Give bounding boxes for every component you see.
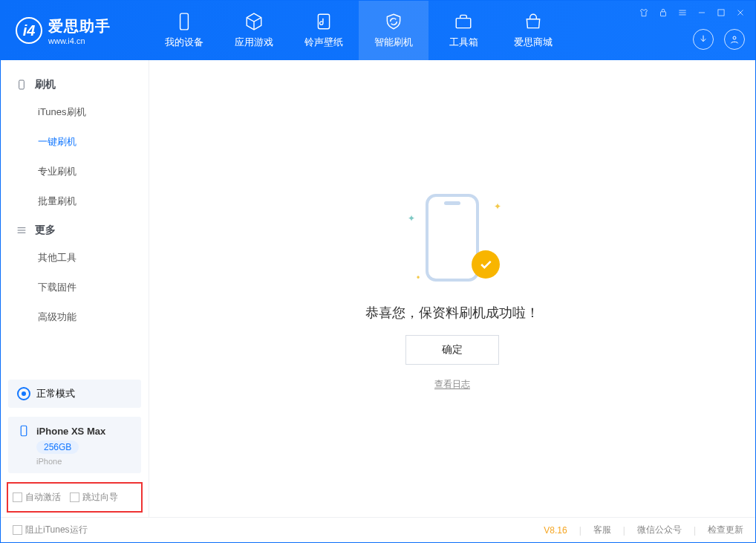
- mode-card[interactable]: 正常模式: [8, 380, 141, 408]
- device-phone-icon: [17, 424, 30, 438]
- version-label: V8.16: [544, 525, 567, 536]
- svg-rect-7: [21, 426, 27, 436]
- sparkle-icon: ✦: [408, 213, 415, 224]
- mode-label: 正常模式: [36, 387, 75, 400]
- list-icon: [16, 224, 27, 236]
- sidebar-group-title: 更多: [35, 224, 56, 237]
- customer-service-link[interactable]: 客服: [593, 524, 611, 536]
- body: 刷机 iTunes刷机 一键刷机 专业刷机 批量刷机 更多 其他工具 下载固件 …: [1, 60, 755, 517]
- success-illustration: ✦ ✦ •: [400, 186, 504, 290]
- sidebar-item-download-firmware[interactable]: 下载固件: [1, 273, 149, 302]
- download-button[interactable]: [693, 29, 714, 50]
- header-round-buttons: [693, 29, 745, 50]
- sidebar-item-pro-flash[interactable]: 专业刷机: [1, 157, 149, 186]
- sidebar-item-advanced[interactable]: 高级功能: [1, 302, 149, 332]
- titlebar: i4 爱思助手 www.i4.cn 我的设备 应用游戏 铃声壁纸 智能刷机: [1, 1, 755, 60]
- shirt-icon[interactable]: [636, 5, 651, 20]
- checkbox-label: 跳过向导: [82, 491, 118, 504]
- sidebar-group-title: 刷机: [35, 78, 56, 91]
- svg-rect-1: [318, 14, 329, 29]
- svg-rect-3: [661, 12, 666, 16]
- phone-icon: [175, 12, 194, 31]
- tab-ringtones-wallpapers[interactable]: 铃声壁纸: [289, 1, 359, 60]
- brand-logo-icon: i4: [16, 17, 42, 44]
- tab-label: 工具箱: [449, 36, 478, 49]
- store-icon: [524, 12, 543, 31]
- tab-store[interactable]: 爱思商城: [498, 1, 568, 60]
- sidebar-item-batch-flash[interactable]: 批量刷机: [1, 186, 149, 216]
- svg-rect-4: [718, 10, 724, 16]
- main-tabs: 我的设备 应用游戏 铃声壁纸 智能刷机 工具箱 爱思商城: [149, 1, 568, 60]
- sidebar-item-itunes-flash[interactable]: iTunes刷机: [1, 97, 149, 127]
- sidebar-group-more: 更多: [1, 216, 149, 243]
- brand: i4 爱思助手 www.i4.cn: [1, 1, 149, 60]
- wechat-link[interactable]: 微信公众号: [637, 524, 682, 536]
- sidebar-item-oneclick-flash[interactable]: 一键刷机: [1, 127, 149, 157]
- brand-name: 爱思助手: [48, 16, 111, 36]
- device-name: iPhone XS Max: [36, 426, 105, 437]
- tab-label: 铃声壁纸: [304, 36, 343, 49]
- statusbar: 阻止iTunes运行 V8.16 | 客服 | 微信公众号 | 检查更新: [1, 517, 755, 542]
- minimize-button[interactable]: [694, 5, 709, 20]
- close-button[interactable]: [733, 5, 748, 20]
- menu-icon[interactable]: [675, 5, 690, 20]
- music-note-icon: [314, 12, 333, 31]
- shield-refresh-icon: [384, 12, 403, 31]
- device-storage-badge: 256GB: [36, 440, 79, 454]
- tab-smart-flash[interactable]: 智能刷机: [359, 1, 428, 60]
- view-log-link[interactable]: 查看日志: [434, 378, 470, 391]
- tab-apps-games[interactable]: 应用游戏: [219, 1, 289, 60]
- sidebar-item-other-tools[interactable]: 其他工具: [1, 243, 149, 273]
- device-card[interactable]: iPhone XS Max 256GB iPhone: [8, 417, 141, 473]
- success-message: 恭喜您，保资料刷机成功啦！: [365, 304, 539, 322]
- sparkle-icon: ✦: [494, 201, 501, 212]
- phone-outline-icon: [16, 79, 27, 91]
- block-itunes-checkbox[interactable]: 阻止iTunes运行: [13, 524, 88, 536]
- ok-button[interactable]: 确定: [405, 335, 499, 365]
- tab-toolbox[interactable]: 工具箱: [428, 1, 498, 60]
- tab-label: 爱思商城: [514, 36, 553, 49]
- tab-label: 应用游戏: [235, 36, 273, 49]
- tab-label: 我的设备: [165, 36, 203, 49]
- app-window: i4 爱思助手 www.i4.cn 我的设备 应用游戏 铃声壁纸 智能刷机: [0, 0, 756, 543]
- tab-my-device[interactable]: 我的设备: [149, 1, 219, 60]
- user-button[interactable]: [724, 29, 745, 50]
- bottom-options-highlighted: 自动激活 跳过向导: [7, 482, 143, 513]
- checkbox-box-icon: [13, 492, 22, 502]
- lock-icon[interactable]: [656, 5, 671, 20]
- checkbox-label: 自动激活: [25, 491, 61, 504]
- maximize-button[interactable]: [714, 5, 729, 20]
- toolbox-icon: [454, 12, 473, 31]
- auto-activate-checkbox[interactable]: 自动激活: [13, 491, 61, 504]
- checkbox-box-icon: [70, 492, 79, 502]
- checkmark-badge-icon: [472, 250, 500, 279]
- svg-rect-6: [19, 80, 25, 89]
- svg-point-5: [733, 36, 736, 39]
- sidebar-group-flash: 刷机: [1, 71, 149, 97]
- svg-rect-0: [180, 13, 189, 30]
- phone-outline-icon: [426, 194, 479, 282]
- mode-dot-icon: [17, 387, 30, 400]
- skip-guide-checkbox[interactable]: 跳过向导: [70, 491, 118, 504]
- window-controls: [636, 5, 748, 20]
- tab-label: 智能刷机: [374, 36, 413, 49]
- sidebar: 刷机 iTunes刷机 一键刷机 专业刷机 批量刷机 更多 其他工具 下载固件 …: [1, 60, 149, 517]
- checkbox-box-icon: [13, 525, 22, 535]
- svg-rect-2: [456, 19, 471, 28]
- checkbox-label: 阻止iTunes运行: [25, 524, 88, 536]
- device-type: iPhone: [17, 457, 62, 466]
- main-content: ✦ ✦ • 恭喜您，保资料刷机成功啦！ 确定 查看日志: [149, 60, 755, 517]
- check-update-link[interactable]: 检查更新: [708, 524, 743, 536]
- cube-icon: [244, 12, 264, 31]
- brand-url: www.i4.cn: [48, 36, 111, 45]
- sparkle-icon: •: [417, 273, 420, 283]
